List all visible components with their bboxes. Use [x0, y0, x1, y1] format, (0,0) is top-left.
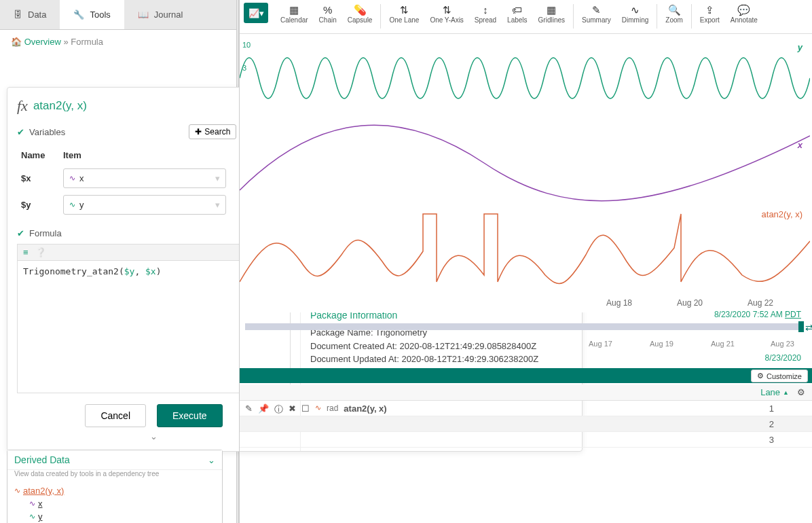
toolbar-label: Summary	[582, 16, 611, 24]
toolbar-export[interactable]: ⇪Export	[695, 3, 725, 30]
search-button[interactable]: ✚Search	[189, 124, 236, 139]
edit-icon[interactable]: ✎	[245, 403, 253, 414]
pin-icon[interactable]: 📌	[258, 403, 269, 414]
sort-asc-icon: ▲	[783, 389, 789, 396]
fx-icon: fx	[17, 97, 28, 115]
check-icon: ✔	[17, 228, 29, 238]
toolbar-label: Chain	[319, 16, 337, 24]
lines-icon[interactable]: ≡	[23, 247, 29, 257]
signal-icon: ∿	[29, 512, 35, 521]
series-y-plot	[240, 34, 810, 122]
lane-header[interactable]: Lane▲ ⚙	[240, 384, 812, 401]
info-icon[interactable]: ⓘ	[274, 403, 283, 416]
toolbar-one-lane[interactable]: ⇅One Lane	[384, 3, 424, 30]
tree-root[interactable]: ∿ atan2(y, x)	[14, 486, 215, 496]
var-select-y[interactable]: ∿y▾	[63, 195, 226, 215]
toolbar-chain[interactable]: %Chain	[314, 3, 342, 30]
formula-name-input[interactable]	[33, 99, 267, 113]
tree-child[interactable]: ∿ x	[14, 499, 215, 509]
close-icon[interactable]: ✖	[289, 403, 296, 414]
breadcrumb-current: Formula	[71, 37, 103, 47]
toolbar-gridlines[interactable]: ▦Gridlines	[533, 3, 570, 30]
book-icon: 📖	[138, 10, 149, 20]
toolbar-labels[interactable]: 🏷Labels	[502, 3, 532, 30]
tab-journal[interactable]: 📖 Journal	[124, 0, 197, 29]
tab-tools[interactable]: 🔧 Tools	[60, 0, 124, 29]
time-axis: Aug 18 Aug 20 Aug 22	[240, 297, 812, 311]
tree-child[interactable]: ∿ y	[14, 511, 215, 522]
toolbar-dimming[interactable]: ∿Dimming	[616, 3, 654, 30]
datetime-display[interactable]: 8/23/2020 7:52 AM PDT	[714, 310, 801, 319]
checkbox-icon[interactable]: ☐	[301, 403, 310, 414]
var-select-x[interactable]: ∿x▾	[63, 168, 226, 188]
help-icon[interactable]: ❔	[35, 247, 46, 257]
toolbar-one-y-axis[interactable]: ⇅One Y-Axis	[424, 3, 468, 30]
mini-tick: Aug 17	[589, 340, 612, 348]
breadcrumb: 🏠 Overview » Formula	[0, 30, 237, 54]
wrench-icon: 🔧	[73, 10, 84, 20]
annotate-icon: 💬	[737, 4, 750, 16]
series-atan2-plot	[240, 207, 810, 295]
cancel-button[interactable]: Cancel	[85, 404, 146, 427]
one-lane-icon: ⇅	[400, 4, 409, 16]
toolbar-spread[interactable]: ↕Spread	[469, 3, 502, 30]
zoom-icon: 🔍	[668, 4, 681, 16]
toolbar-capsule[interactable]: 💊Capsule	[342, 3, 378, 30]
signal-icon: ∿	[315, 403, 321, 412]
toolbar-separator	[657, 4, 657, 29]
scrubber-handle[interactable]	[798, 321, 804, 332]
dimming-icon: ∿	[631, 4, 640, 16]
derived-title: Derived Data	[14, 454, 70, 465]
tab-data[interactable]: 🗄 Data	[0, 0, 60, 29]
mini-tick: Aug 21	[711, 340, 735, 348]
lane-bar: ⚙Customize	[240, 368, 812, 383]
toolbar-separator	[380, 4, 381, 29]
tab-journal-label: Journal	[154, 10, 183, 20]
toolbar-label: Spread	[475, 16, 496, 24]
breadcrumb-home[interactable]: Overview	[24, 37, 61, 47]
plus-icon: ✚	[195, 127, 202, 137]
customize-button[interactable]: ⚙Customize	[751, 369, 808, 382]
col-name: Name	[18, 146, 59, 164]
scroll-icon[interactable]: ⇄	[805, 322, 812, 333]
chevron-down-icon: ▾	[215, 173, 220, 183]
toolbar-calendar[interactable]: ▦Calendar	[275, 3, 314, 30]
chevron-down-icon[interactable]: ⌄	[208, 455, 215, 465]
summary-icon: ✎	[592, 4, 601, 16]
chart-area: 📈▾ ▦Calendar%Chain💊Capsule⇅One Lane⇅One …	[239, 0, 812, 523]
chain-icon: %	[323, 4, 332, 16]
execute-button[interactable]: Execute	[157, 404, 223, 427]
chevron-down-icon: ▾	[215, 200, 220, 210]
tab-tools-label: Tools	[90, 10, 110, 20]
signal-icon: ∿	[69, 200, 75, 209]
tab-data-label: Data	[28, 10, 46, 20]
toolbar-annotate[interactable]: 💬Annotate	[725, 3, 763, 30]
capsule-icon: 💊	[354, 4, 367, 16]
time-scrubber[interactable]	[245, 323, 804, 336]
x-tick: Aug 20	[677, 298, 703, 308]
toolbar-label: Capsule	[348, 16, 373, 24]
toolbar-zoom[interactable]: 🔍Zoom	[660, 3, 688, 30]
var-name-y: $y	[18, 192, 59, 217]
toolbar-summary[interactable]: ✎Summary	[576, 3, 616, 30]
database-icon: 🗄	[14, 10, 22, 20]
chart-toolbar: 📈▾ ▦Calendar%Chain💊Capsule⇅One Lane⇅One …	[240, 0, 812, 34]
signal-icon: ∿	[69, 174, 75, 183]
detail-row: ✎ 📌 ⓘ ✖ ☐ ∿ rad atan2(y, x)	[240, 401, 392, 448]
mini-tick: Aug 19	[650, 340, 673, 348]
settings-icon[interactable]: ⚙	[797, 387, 805, 397]
mini-tick: Aug 23	[771, 340, 794, 348]
variables-heading: Variables	[29, 127, 185, 137]
toolbar-separator	[573, 4, 574, 29]
toolbar-label: Gridlines	[538, 16, 565, 24]
top-tabs: 🗄 Data 🔧 Tools 📖 Journal	[0, 0, 238, 30]
toolbar-label: Dimming	[622, 16, 648, 24]
chart-canvas[interactable]: 10 3 y x atan2(y, x)	[240, 34, 812, 312]
chart-type-button[interactable]: 📈▾	[244, 3, 268, 23]
labels-icon: 🏷	[512, 4, 522, 16]
mini-date: 8/23/2020	[765, 353, 801, 363]
spread-icon: ↕	[483, 4, 488, 16]
var-name-x: $x	[18, 166, 59, 191]
calendar-icon: ▦	[289, 4, 299, 16]
unit-label: rad	[327, 403, 338, 413]
